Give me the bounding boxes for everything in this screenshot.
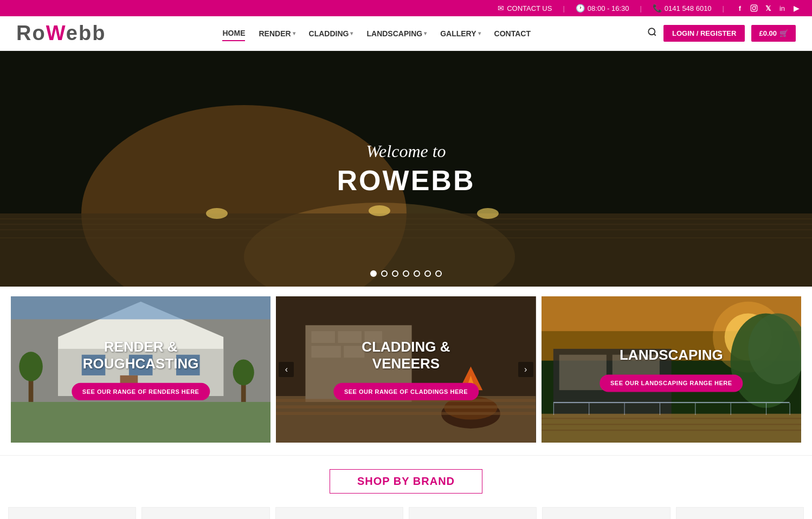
contact-us-link[interactable]: ✉ CONTACT US bbox=[498, 4, 552, 12]
hero-slider: Welcome to ROWEBB bbox=[0, 51, 812, 287]
svg-point-14 bbox=[206, 208, 228, 219]
nav-cladding[interactable]: CLADDING ▾ bbox=[309, 27, 353, 41]
social-icons: f 𝕏 in ▶ bbox=[735, 3, 801, 13]
cart-icon: 🛒 bbox=[779, 29, 788, 37]
gallery-chevron: ▾ bbox=[478, 30, 481, 36]
nav-render[interactable]: RENDER ▾ bbox=[259, 27, 295, 41]
phone-item[interactable]: 📞 0141 548 6010 bbox=[653, 4, 712, 12]
slider-dot-7[interactable] bbox=[435, 270, 442, 277]
render-card-title: RENDER & ROUGHCASTING bbox=[24, 339, 257, 372]
render-card-button[interactable]: SEE OUR RANGE OF RENDERS HERE bbox=[72, 383, 210, 400]
cladding-card-content: CLADDING & VENEERS SEE OUR RANGE OF CLAD… bbox=[289, 339, 523, 400]
main-nav: HOME RENDER ▾ CLADDING ▾ LANDSCAPING ▾ G… bbox=[222, 26, 530, 41]
landscaping-card-content: LANDSCAPING SEE OUR LANDSCAPING RANGE HE… bbox=[555, 347, 788, 392]
login-register-button[interactable]: LOGIN / REGISTER bbox=[663, 25, 745, 42]
svg-rect-45 bbox=[276, 405, 536, 408]
svg-point-16 bbox=[477, 208, 499, 219]
slider-dot-4[interactable] bbox=[403, 270, 409, 277]
hero-title-text: ROWEBB bbox=[337, 164, 475, 197]
cart-button[interactable]: £0.00 🛒 bbox=[751, 25, 796, 42]
shop-by-brand-title: SHOP BY BRAND bbox=[330, 469, 482, 494]
top-bar: ✉ CONTACT US | 🕐 08:00 - 16:30 | 📞 0141 … bbox=[0, 0, 812, 16]
brand-logos-strip bbox=[0, 502, 812, 519]
youtube-icon[interactable]: ▶ bbox=[791, 3, 801, 13]
header: RoWebb HOME RENDER ▾ CLADDING ▾ LANDSCAP… bbox=[0, 16, 812, 51]
landscaping-chevron: ▾ bbox=[424, 30, 427, 36]
cladding-card-button[interactable]: SEE OUR RANGE OF CLADDINGS HERE bbox=[333, 383, 479, 400]
slider-dot-2[interactable] bbox=[381, 270, 388, 277]
slider-dot-6[interactable] bbox=[424, 270, 431, 277]
nav-home[interactable]: HOME bbox=[222, 26, 245, 41]
clock-icon: 🕐 bbox=[576, 4, 585, 12]
svg-point-15 bbox=[369, 205, 390, 216]
cladding-chevron: ▾ bbox=[350, 30, 353, 36]
divider-3: | bbox=[723, 4, 724, 12]
brand-logo-4[interactable] bbox=[409, 507, 537, 519]
svg-rect-68 bbox=[730, 403, 731, 415]
svg-point-2 bbox=[755, 6, 756, 7]
cart-amount: £0.00 bbox=[759, 29, 777, 37]
hero-welcome-text: Welcome to bbox=[337, 141, 475, 161]
facebook-icon[interactable]: f bbox=[735, 3, 745, 13]
render-chevron: ▾ bbox=[293, 30, 295, 36]
brand-logo-6[interactable] bbox=[676, 507, 804, 519]
brand-logo-5[interactable] bbox=[542, 507, 670, 519]
hours-label: 08:00 - 16:30 bbox=[588, 4, 629, 12]
slider-dot-5[interactable] bbox=[414, 270, 420, 277]
divider-1: | bbox=[563, 4, 564, 12]
contact-us-label: CONTACT US bbox=[507, 4, 552, 12]
svg-rect-65 bbox=[624, 403, 624, 415]
linkedin-icon[interactable]: in bbox=[777, 3, 787, 13]
slider-dot-1[interactable] bbox=[370, 270, 377, 277]
svg-rect-69 bbox=[766, 403, 766, 415]
cladding-arrow-left[interactable]: ‹ bbox=[279, 362, 294, 377]
search-button[interactable] bbox=[647, 27, 657, 40]
svg-rect-63 bbox=[553, 403, 553, 415]
svg-point-1 bbox=[752, 7, 756, 10]
brand-logo-2[interactable] bbox=[141, 507, 269, 519]
landscaping-card-title: LANDSCAPING bbox=[555, 347, 788, 364]
svg-rect-62 bbox=[553, 402, 789, 403]
svg-rect-64 bbox=[589, 403, 589, 415]
cladding-arrow-right[interactable]: › bbox=[518, 362, 533, 377]
svg-point-3 bbox=[648, 28, 655, 35]
nav-gallery[interactable]: GALLERY ▾ bbox=[440, 27, 480, 41]
svg-rect-67 bbox=[695, 403, 695, 415]
svg-rect-70 bbox=[789, 403, 790, 415]
render-card-content: RENDER & ROUGHCASTING SEE OUR RANGE OF R… bbox=[24, 339, 257, 400]
divider-2: | bbox=[640, 4, 641, 12]
mail-icon: ✉ bbox=[498, 4, 504, 12]
svg-rect-0 bbox=[751, 5, 757, 11]
slider-dots bbox=[370, 270, 442, 277]
svg-line-4 bbox=[654, 34, 655, 35]
logo[interactable]: RoWebb bbox=[16, 22, 106, 45]
shop-by-brand-section: SHOP BY BRAND bbox=[0, 455, 812, 502]
header-right: LOGIN / REGISTER £0.00 🛒 bbox=[647, 25, 796, 42]
hero-content: Welcome to ROWEBB bbox=[337, 141, 475, 197]
phone-icon: 📞 bbox=[653, 4, 662, 12]
category-card-landscaping[interactable]: LANDSCAPING SEE OUR LANDSCAPING RANGE HE… bbox=[542, 296, 801, 443]
category-cards: RENDER & ROUGHCASTING SEE OUR RANGE OF R… bbox=[0, 287, 812, 452]
brand-logo-3[interactable] bbox=[275, 507, 403, 519]
landscaping-card-button[interactable]: SEE OUR LANDSCAPING RANGE HERE bbox=[600, 375, 743, 392]
instagram-icon[interactable] bbox=[749, 3, 759, 13]
twitter-icon[interactable]: 𝕏 bbox=[763, 3, 773, 13]
logo-text: RoWebb bbox=[16, 22, 106, 45]
svg-rect-26 bbox=[11, 402, 270, 443]
svg-rect-46 bbox=[276, 412, 536, 414]
svg-rect-66 bbox=[660, 403, 660, 415]
category-card-render[interactable]: RENDER & ROUGHCASTING SEE OUR RANGE OF R… bbox=[11, 296, 270, 443]
category-card-cladding[interactable]: ‹ › CLADDING & VENEERS SEE OUR RANGE OF … bbox=[276, 296, 536, 443]
svg-rect-25 bbox=[11, 296, 270, 319]
cladding-card-title: CLADDING & VENEERS bbox=[289, 339, 523, 372]
slider-dot-3[interactable] bbox=[392, 270, 398, 277]
brand-logo-1[interactable] bbox=[8, 507, 136, 519]
nav-contact[interactable]: CONTACT bbox=[494, 27, 531, 41]
nav-landscaping[interactable]: LANDSCAPING ▾ bbox=[366, 27, 427, 41]
hours-item: 🕐 08:00 - 16:30 bbox=[576, 4, 629, 12]
phone-number: 0141 548 6010 bbox=[665, 4, 712, 12]
